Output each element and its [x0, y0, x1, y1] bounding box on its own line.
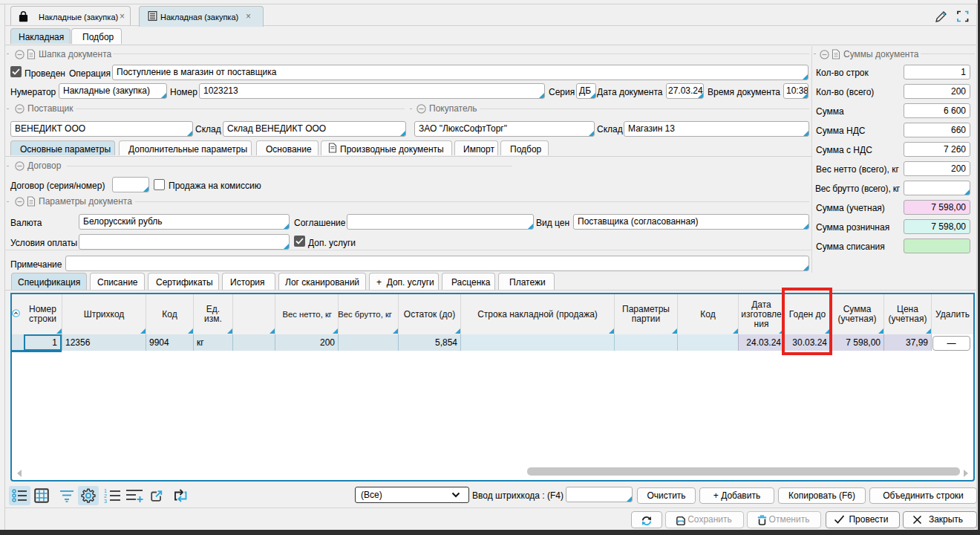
- svg-text:2: 2: [104, 493, 107, 499]
- svg-text:3: 3: [104, 499, 107, 503]
- svg-text:1: 1: [104, 488, 107, 493]
